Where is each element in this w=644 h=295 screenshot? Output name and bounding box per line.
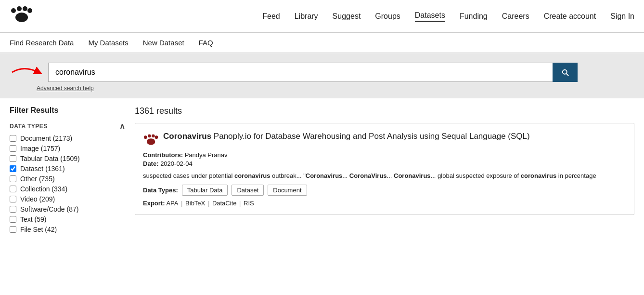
search-input-wrapper bbox=[48, 63, 578, 82]
data-type-badge-tabular: Tabular Data bbox=[182, 185, 228, 196]
filter-item[interactable]: Document (2173) bbox=[10, 134, 125, 142]
filter-checkbox-3[interactable] bbox=[10, 165, 16, 172]
search-icon bbox=[561, 68, 569, 77]
export-label: Export: bbox=[143, 200, 165, 207]
result-date: Date: 2020-02-04 bbox=[143, 160, 626, 167]
filter-item[interactable]: Collection (334) bbox=[10, 185, 125, 193]
filter-checkbox-8[interactable] bbox=[10, 216, 16, 223]
contributors-value: Pandya Pranav bbox=[185, 151, 228, 159]
filter-item[interactable]: Tabular Data (1509) bbox=[10, 155, 125, 162]
data-type-badge-dataset: Dataset bbox=[232, 185, 264, 196]
result-title-suffix: Panoply.io for Database Warehousing and … bbox=[211, 132, 530, 141]
sidebar: Filter Results DATA TYPES ∧ Document (21… bbox=[10, 106, 125, 236]
export-divider-3: | bbox=[237, 200, 243, 207]
export-bibtex[interactable]: BibTeX bbox=[185, 200, 205, 207]
result-source-icon bbox=[143, 132, 158, 148]
sub-nav-new-dataset[interactable]: New Dataset bbox=[143, 39, 184, 47]
filter-checkbox-1[interactable] bbox=[10, 145, 16, 152]
filter-checkbox-0[interactable] bbox=[10, 135, 16, 142]
export-apa[interactable]: APA bbox=[166, 200, 178, 207]
svg-point-1 bbox=[17, 6, 22, 11]
search-input[interactable] bbox=[48, 63, 553, 82]
filter-checkbox-5[interactable] bbox=[10, 186, 16, 192]
nav-feed[interactable]: Feed bbox=[262, 12, 280, 21]
sub-nav-faq[interactable]: FAQ bbox=[199, 39, 213, 47]
filter-checkbox-7[interactable] bbox=[10, 206, 16, 213]
nav-links-container: Feed Library Suggest Groups Datasets Fun… bbox=[262, 11, 634, 22]
sub-nav-my-datasets[interactable]: My Datasets bbox=[88, 39, 128, 47]
svg-point-3 bbox=[27, 8, 32, 13]
svg-point-7 bbox=[148, 134, 151, 138]
result-title-highlight: Coronavirus bbox=[163, 132, 211, 141]
filter-item-label: Document (2173) bbox=[20, 134, 72, 142]
result-contributors: Contributors: Pandya Pranav bbox=[143, 151, 626, 159]
nav-datasets[interactable]: Datasets bbox=[415, 11, 445, 22]
data-types-row: Data Types: Tabular Data Dataset Documen… bbox=[143, 185, 626, 196]
filter-item[interactable]: Other (735) bbox=[10, 175, 125, 183]
filter-item-label: Text (59) bbox=[20, 215, 46, 223]
top-navigation: Feed Library Suggest Groups Datasets Fun… bbox=[0, 0, 644, 33]
filter-checkbox-6[interactable] bbox=[10, 196, 16, 202]
filter-item[interactable]: Text (59) bbox=[10, 215, 125, 223]
search-area: Advanced search help bbox=[0, 53, 644, 98]
main-content: Filter Results DATA TYPES ∧ Document (21… bbox=[0, 98, 644, 243]
svg-point-6 bbox=[144, 135, 147, 139]
filter-section-header: DATA TYPES ∧ bbox=[10, 121, 125, 131]
results-count: 1361 results bbox=[135, 106, 634, 116]
filter-item-label: File Set (42) bbox=[20, 226, 57, 233]
svg-point-4 bbox=[15, 13, 28, 22]
site-logo[interactable] bbox=[10, 6, 33, 27]
filter-checkbox-9[interactable] bbox=[10, 226, 16, 233]
result-snippet: suspected cases under potential coronavi… bbox=[143, 171, 626, 181]
sub-navigation: Find Research Data My Datasets New Datas… bbox=[0, 33, 644, 53]
svg-point-2 bbox=[23, 6, 27, 11]
nav-funding[interactable]: Funding bbox=[460, 12, 488, 21]
export-datacite[interactable]: DataCite bbox=[212, 200, 237, 207]
export-divider-1: | bbox=[179, 200, 184, 207]
result-title[interactable]: Coronavirus Panoply.io for Database Ware… bbox=[163, 131, 530, 142]
filter-results-title: Filter Results bbox=[10, 106, 125, 115]
export-ris[interactable]: RIS bbox=[244, 200, 254, 207]
search-button[interactable] bbox=[553, 63, 578, 82]
filter-item[interactable]: Software/Code (87) bbox=[10, 205, 125, 213]
filter-item[interactable]: File Set (42) bbox=[10, 226, 125, 233]
svg-point-9 bbox=[155, 135, 158, 139]
collapse-icon[interactable]: ∧ bbox=[119, 121, 126, 131]
result-card: Coronavirus Panoply.io for Database Ware… bbox=[135, 123, 634, 215]
arrow-indicator bbox=[10, 65, 43, 80]
date-value: 2020-02-04 bbox=[160, 160, 193, 167]
svg-point-0 bbox=[11, 8, 16, 13]
advanced-search-help[interactable]: Advanced search help bbox=[37, 85, 634, 92]
filter-item-label: Tabular Data (1509) bbox=[20, 155, 80, 162]
sub-nav-find-research[interactable]: Find Research Data bbox=[10, 39, 74, 47]
filter-item[interactable]: Video (209) bbox=[10, 195, 125, 203]
export-row: Export: APA | BibTeX | DataCite | RIS bbox=[143, 200, 626, 207]
filter-item[interactable]: Dataset (1361) bbox=[10, 165, 125, 173]
filter-item-label: Video (209) bbox=[20, 195, 55, 203]
nav-careers[interactable]: Careers bbox=[502, 12, 529, 21]
data-type-badge-document: Document bbox=[268, 185, 307, 196]
filter-item-label: Collection (334) bbox=[20, 185, 67, 193]
data-types-section-label: Data Types: bbox=[143, 187, 178, 194]
nav-sign-in[interactable]: Sign In bbox=[610, 12, 634, 21]
result-title-row: Coronavirus Panoply.io for Database Ware… bbox=[143, 131, 626, 148]
svg-point-10 bbox=[147, 138, 155, 145]
date-label: Date: bbox=[143, 160, 159, 167]
nav-groups[interactable]: Groups bbox=[375, 12, 400, 21]
contributors-label: Contributors: bbox=[143, 151, 183, 159]
filter-item-label: Software/Code (87) bbox=[20, 205, 78, 213]
nav-suggest[interactable]: Suggest bbox=[333, 12, 361, 21]
results-area: 1361 results Coronavirus Panoply.io for … bbox=[135, 106, 634, 236]
filter-items-list: Document (2173)Image (1757)Tabular Data … bbox=[10, 134, 125, 233]
nav-library[interactable]: Library bbox=[295, 12, 318, 21]
filter-checkbox-4[interactable] bbox=[10, 175, 16, 182]
filter-checkbox-2[interactable] bbox=[10, 155, 16, 162]
filter-item-label: Image (1757) bbox=[20, 145, 60, 152]
svg-point-8 bbox=[152, 134, 155, 138]
filter-item-label: Other (735) bbox=[20, 175, 55, 183]
filter-item-label: Dataset (1361) bbox=[20, 165, 65, 173]
filter-item[interactable]: Image (1757) bbox=[10, 145, 125, 152]
data-types-label: DATA TYPES bbox=[10, 123, 48, 130]
nav-create-account[interactable]: Create account bbox=[544, 12, 596, 21]
export-divider-2: | bbox=[206, 200, 211, 207]
